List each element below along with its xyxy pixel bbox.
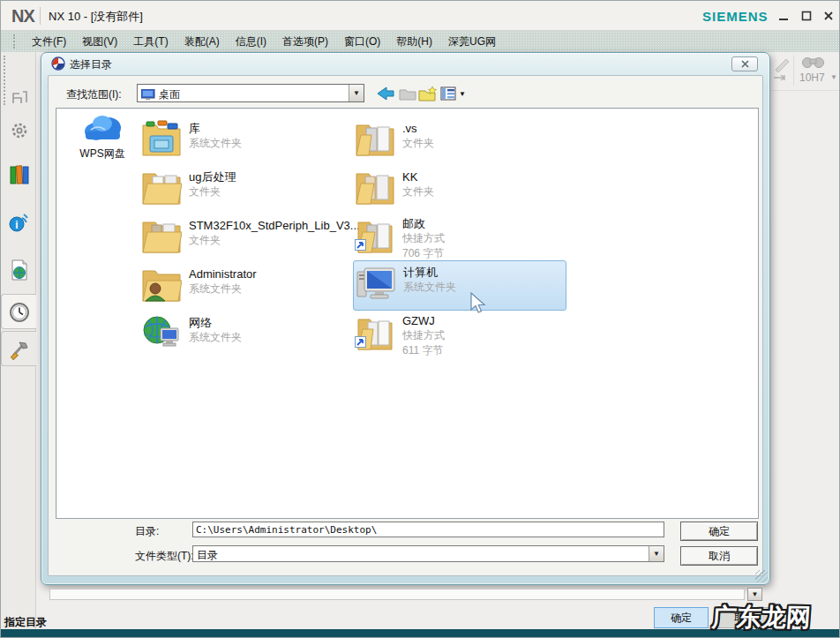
user-folder-icon bbox=[141, 264, 182, 303]
dialog-ok-button[interactable]: 确定 bbox=[680, 522, 758, 541]
view-menu-dropdown-icon[interactable]: ▼ bbox=[459, 90, 466, 98]
minimize-button[interactable] bbox=[776, 9, 791, 23]
file-type: 文件夹 bbox=[402, 184, 434, 199]
library-books-icon[interactable] bbox=[8, 163, 31, 186]
list-item-youzheng[interactable]: 邮政快捷方式706 字节 bbox=[353, 214, 561, 260]
dialog-close-button[interactable] bbox=[731, 56, 758, 71]
back-arrow-icon bbox=[377, 86, 394, 101]
file-type: 文件夹 bbox=[189, 184, 236, 199]
up-one-level-button[interactable] bbox=[398, 85, 417, 101]
list-item-stm32[interactable]: STM32F10x_StdPeriph_Lib_V3...文件夹 bbox=[139, 214, 348, 260]
look-in-dropdown-button[interactable]: ▼ bbox=[349, 85, 364, 101]
cloud-icon bbox=[79, 112, 126, 142]
menu-file[interactable]: 文件(F) bbox=[24, 32, 74, 52]
file-type-dropdown-button[interactable]: ▼ bbox=[649, 546, 664, 561]
library-folder-icon bbox=[141, 118, 182, 157]
ok-button[interactable]: 确定 bbox=[654, 607, 709, 628]
desktop-icon bbox=[141, 88, 155, 104]
shortcut-overlay-icon bbox=[355, 238, 366, 254]
shortcut-folder-icon bbox=[355, 312, 395, 351]
file-name: STM32F10x_StdPeriph_Lib_V3... bbox=[189, 218, 360, 233]
part-outline-icon[interactable] bbox=[8, 86, 31, 109]
history-tab-selected[interactable] bbox=[1, 294, 36, 329]
file-type: 文件夹 bbox=[189, 233, 360, 248]
list-item-kk[interactable]: KK文件夹 bbox=[353, 166, 561, 212]
file-list[interactable]: WPS网盘 库系统文件夹 ug后处理文件夹 bbox=[56, 108, 759, 519]
file-type: 系统文件夹 bbox=[189, 281, 257, 296]
menubar-grip[interactable] bbox=[13, 34, 17, 49]
file-size: 611 字节 bbox=[402, 343, 445, 358]
new-folder-icon bbox=[418, 86, 438, 101]
web-document-icon[interactable] bbox=[8, 259, 31, 281]
directory-input[interactable] bbox=[192, 522, 664, 537]
new-folder-button[interactable] bbox=[418, 85, 438, 101]
tolerance-value[interactable]: 10H7 bbox=[799, 71, 825, 84]
list-item-vs[interactable]: .vs文件夹 bbox=[353, 117, 561, 163]
shortcut-overlay-icon bbox=[355, 335, 366, 351]
tools-tab[interactable] bbox=[1, 331, 36, 366]
list-item-gzwj[interactable]: GZWJ快捷方式611 字节 bbox=[353, 311, 561, 357]
host-dropdown-button[interactable]: ▼ bbox=[747, 588, 762, 601]
file-name: 计算机 bbox=[403, 265, 456, 280]
file-type-combobox[interactable]: 目录 ▼ bbox=[192, 545, 664, 562]
dimension-pen-icon[interactable] bbox=[772, 56, 791, 86]
menu-tools[interactable]: 工具(T) bbox=[125, 32, 176, 52]
toolbar-separator bbox=[793, 56, 794, 86]
menu-assemblies[interactable]: 装配(A) bbox=[176, 32, 228, 52]
gear-icon[interactable] bbox=[8, 119, 31, 142]
directory-label: 目录: bbox=[135, 524, 159, 539]
file-type: 快捷方式 bbox=[402, 231, 445, 246]
file-name: KK bbox=[402, 169, 434, 184]
svg-text:i: i bbox=[15, 219, 18, 231]
maximize-icon bbox=[801, 11, 812, 21]
folder-icon bbox=[141, 215, 182, 254]
list-item-library[interactable]: 库系统文件夹 bbox=[139, 117, 348, 163]
file-name: Administrator bbox=[189, 266, 257, 281]
file-name: 网络 bbox=[189, 315, 242, 330]
view-menu-icon bbox=[440, 86, 456, 101]
file-name: .vs bbox=[402, 121, 434, 136]
resource-sidebar: i bbox=[1, 52, 36, 631]
up-folder-icon bbox=[399, 86, 416, 101]
window-title: NX 10 - [没有部件] bbox=[49, 9, 143, 25]
menu-preferences[interactable]: 首选项(P) bbox=[274, 32, 336, 52]
file-type: 系统文件夹 bbox=[189, 330, 242, 345]
file-type: 文件夹 bbox=[402, 136, 434, 151]
dialog-cancel-button[interactable]: 取消 bbox=[680, 546, 758, 566]
list-item-wps[interactable]: WPS网盘 bbox=[69, 112, 136, 161]
list-item-ug[interactable]: ug后处理文件夹 bbox=[139, 166, 348, 212]
look-in-value: 桌面 bbox=[159, 87, 180, 102]
look-in-combobox[interactable]: 桌面 ▼ bbox=[137, 84, 364, 102]
file-type: 系统文件夹 bbox=[403, 280, 456, 295]
tolerance-dropdown-icon[interactable]: ▼ bbox=[830, 73, 837, 81]
select-directory-dialog: 选择目录 查找范围(I): 桌面 ▼ bbox=[41, 52, 770, 585]
folder-icon bbox=[141, 167, 182, 206]
menu-ugwang[interactable]: 深莞UG网 bbox=[440, 32, 504, 52]
menu-help[interactable]: 帮助(H) bbox=[388, 32, 440, 52]
dialog-close-icon bbox=[741, 60, 749, 68]
maximize-button[interactable] bbox=[799, 9, 814, 23]
close-button[interactable] bbox=[821, 9, 836, 23]
host-field-strip bbox=[49, 589, 745, 600]
file-type: 快捷方式 bbox=[402, 328, 445, 343]
menu-window[interactable]: 窗口(O) bbox=[336, 32, 388, 52]
menu-information[interactable]: 信息(I) bbox=[228, 32, 274, 52]
folder-icon bbox=[355, 118, 395, 157]
mouse-cursor bbox=[469, 292, 487, 319]
list-item-administrator[interactable]: Administrator系统文件夹 bbox=[139, 263, 348, 309]
view-menu-button[interactable] bbox=[439, 85, 458, 101]
back-button[interactable] bbox=[376, 85, 395, 101]
resize-grip[interactable] bbox=[755, 570, 768, 582]
dialog-content: 查找范围(I): 桌面 ▼ ▼ bbox=[48, 75, 763, 576]
binoculars-icon[interactable] bbox=[800, 54, 827, 73]
file-name: GZWJ bbox=[402, 313, 445, 328]
list-item-computer-selected[interactable]: 计算机系统文件夹 bbox=[353, 260, 566, 311]
title-separator bbox=[40, 7, 41, 25]
file-size: 706 字节 bbox=[402, 246, 445, 261]
info-wireless-icon[interactable]: i bbox=[8, 211, 31, 234]
status-cue-text: 指定目录 bbox=[4, 615, 47, 630]
list-item-network[interactable]: 网络系统文件夹 bbox=[139, 311, 348, 357]
menu-view[interactable]: 视图(V) bbox=[74, 32, 125, 52]
sidebar-grip[interactable] bbox=[4, 56, 5, 105]
history-clock-icon bbox=[8, 301, 31, 324]
